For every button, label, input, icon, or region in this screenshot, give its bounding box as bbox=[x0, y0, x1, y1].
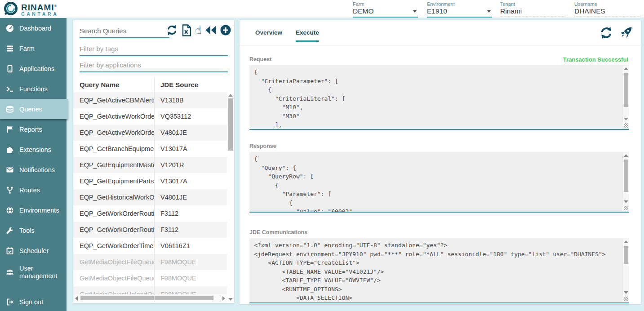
response-textarea[interactable]: { "Query": { "QueryRow": [ { "Parameter"… bbox=[249, 152, 629, 213]
query-name-cell: EQP_GetHistoricalWorkOrc bbox=[73, 194, 154, 201]
response-resize-grip[interactable] bbox=[622, 205, 629, 211]
query-name-cell: EQP_GetBranchEquipment bbox=[73, 145, 154, 152]
table-row[interactable]: EQP_GetWorkOrderRoutingF3112 bbox=[73, 222, 227, 238]
jde-source-cell: F3112 bbox=[154, 210, 227, 217]
query-name-cell: EQP_GetEquipmentParts bbox=[73, 178, 154, 185]
jde-communications-textarea[interactable]: <?xml version="1.0" encoding="UTF-8" sta… bbox=[249, 238, 629, 303]
query-name-cell: EQP_GetActiveWorkOrders bbox=[73, 129, 154, 136]
refresh-icon[interactable] bbox=[600, 26, 613, 40]
jde-communications-content: <?xml version="1.0" encoding="UTF-8" sta… bbox=[249, 238, 629, 303]
table-row[interactable]: GetMediaObjectFileQueuesF98MOQUE bbox=[73, 270, 227, 286]
brand-logo: RINAMI® CANTARA bbox=[3, 1, 58, 18]
table-row[interactable]: EQP_GetWorkOrderRoutingF3112 bbox=[73, 205, 227, 222]
query-table-vertical-scrollbar[interactable] bbox=[227, 92, 234, 302]
scrollbar-thumb[interactable] bbox=[624, 160, 628, 192]
sidebar-item-label: Extensions bbox=[19, 146, 51, 153]
sidebar-item-scheduler[interactable]: Scheduler bbox=[0, 240, 67, 261]
farm-value: DEMO bbox=[353, 7, 374, 15]
jde-source-cell: V4801JE bbox=[154, 194, 227, 201]
jde-source-cell: VQ353112 bbox=[154, 113, 227, 120]
sidebar-item-reports[interactable]: Reports bbox=[0, 119, 67, 139]
brand-logo-icon bbox=[3, 1, 18, 18]
scroll-down-arrow[interactable] bbox=[624, 200, 628, 203]
tab-overview[interactable]: Overview bbox=[255, 29, 282, 42]
scroll-down-arrow[interactable] bbox=[624, 118, 628, 120]
plus-circle-icon[interactable] bbox=[220, 24, 231, 36]
request-resize-grip[interactable] bbox=[622, 122, 629, 128]
sidebar-item-dashboard[interactable]: Dashboard bbox=[0, 18, 67, 38]
hand-pointer-icon[interactable]: ☝ bbox=[195, 24, 202, 36]
request-textarea[interactable]: { "CriteriaParameter": [ { "CriteriaLite… bbox=[249, 65, 629, 130]
scroll-up-arrow[interactable] bbox=[624, 67, 628, 70]
response-label: Response bbox=[249, 143, 276, 149]
table-row[interactable]: EQP_GetEquipmentPartsV13017A bbox=[73, 173, 227, 189]
rocket-icon[interactable] bbox=[619, 26, 633, 40]
sidebar-item-farm[interactable]: Farm bbox=[0, 38, 67, 58]
table-row[interactable]: EQP_GetHistoricalWorkOrcV4801JE bbox=[73, 189, 227, 205]
farm-label: Farm bbox=[353, 1, 418, 7]
table-row[interactable]: EQP_GetActiveWorkOrderRVQ353112 bbox=[73, 108, 227, 124]
query-table-horizontal-scrollbar[interactable] bbox=[73, 294, 227, 302]
scrollbar-thumb[interactable] bbox=[228, 98, 233, 151]
wrench-icon bbox=[5, 227, 14, 235]
response-scrollbar[interactable] bbox=[622, 152, 629, 205]
sidebar-item-extensions[interactable]: Extensions bbox=[0, 139, 67, 160]
query-name-cell: EQP_GetWorkOrderRouting bbox=[73, 210, 154, 217]
column-divider bbox=[154, 77, 155, 302]
brand-subtitle: CANTARA bbox=[21, 11, 58, 17]
query-name-cell: EQP_GetWorkOrderRouting bbox=[73, 226, 154, 233]
table-row[interactable]: EQP_GetActiveWorkOrdersV4801JE bbox=[73, 124, 227, 141]
sidebar-item-label: Reports bbox=[19, 126, 42, 133]
scrollbar-thumb[interactable] bbox=[80, 296, 213, 300]
sidebar-item-environments[interactable]: Environments bbox=[0, 200, 67, 220]
table-row[interactable]: EQP_GetEquipmentMasterV1201R bbox=[73, 157, 227, 173]
scroll-up-arrow[interactable] bbox=[624, 240, 628, 243]
fast-backward-icon[interactable] bbox=[205, 24, 217, 36]
filter-by-tags-input[interactable] bbox=[80, 44, 228, 56]
transaction-status: Transaction Successful bbox=[563, 56, 628, 63]
sidebar-item-routes[interactable]: Routes bbox=[0, 180, 67, 200]
sidebar-item-tools[interactable]: Tools bbox=[0, 220, 67, 240]
tab-execute[interactable]: Execute bbox=[296, 29, 319, 42]
scrollbar-thumb[interactable] bbox=[624, 73, 628, 107]
environment-select[interactable]: Environment E1910 bbox=[427, 1, 492, 18]
puzzle-icon bbox=[5, 146, 14, 154]
sidebar-item-label: Functions bbox=[19, 85, 48, 93]
scroll-down-arrow[interactable] bbox=[624, 291, 628, 294]
scroll-up-arrow[interactable] bbox=[228, 94, 233, 97]
table-row[interactable]: GetMediaObjectFileQueueF98MOQUE bbox=[73, 254, 227, 270]
jde-source-cell: V13017A bbox=[154, 145, 227, 152]
database-icon bbox=[5, 105, 14, 113]
sidebar-item-user-management[interactable]: User management bbox=[0, 261, 67, 284]
request-scrollbar[interactable] bbox=[622, 66, 629, 122]
filter-by-applications-input[interactable] bbox=[80, 60, 228, 72]
jde-source-cell: F98MOQUE bbox=[154, 258, 227, 266]
scroll-down-arrow[interactable] bbox=[228, 298, 233, 301]
scroll-right-arrow[interactable] bbox=[222, 296, 225, 301]
farm-select[interactable]: Farm DEMO bbox=[353, 1, 418, 18]
query-name-cell: EQP_GetActiveWorkOrderR bbox=[73, 113, 154, 120]
query-name-cell: GetMediaObjectFileQueue bbox=[73, 258, 154, 266]
sidebar-item-sign-out[interactable]: Sign out bbox=[0, 293, 67, 311]
sidebar-item-applications[interactable]: Applications bbox=[0, 58, 67, 79]
sync-icon[interactable] bbox=[166, 24, 178, 36]
table-row[interactable]: EQP_GetBranchEquipmentV13017A bbox=[73, 141, 227, 157]
column-header-query-name: Query Name bbox=[73, 81, 154, 89]
sidebar-item-notifications[interactable]: Notifications bbox=[0, 160, 67, 180]
sidebar-item-functions[interactable]: Functions bbox=[0, 79, 67, 99]
search-queries-input[interactable] bbox=[80, 26, 169, 38]
sidebar-item-queries[interactable]: Queries bbox=[0, 99, 68, 119]
sidebar-item-label: Dashboard bbox=[19, 25, 51, 32]
scroll-left-arrow[interactable] bbox=[75, 296, 78, 301]
table-row[interactable]: EQP_GetWorkOrderTimeEnV06116Z1 bbox=[73, 238, 227, 254]
query-list-panel: ☝ Query Name JDE Source EQP_GetActiveCBM… bbox=[73, 20, 234, 303]
jde-resize-grip[interactable] bbox=[622, 296, 629, 302]
scrollbar-thumb[interactable] bbox=[624, 246, 628, 264]
globe-icon bbox=[5, 206, 14, 214]
jde-scrollbar[interactable] bbox=[622, 239, 629, 296]
table-row[interactable]: EQP_GetActiveCBMAlertsV1310B bbox=[73, 92, 227, 108]
sidebar-item-label: Farm bbox=[19, 45, 35, 52]
tablet-icon bbox=[5, 65, 14, 73]
excel-file-icon[interactable] bbox=[181, 24, 192, 36]
scroll-up-arrow[interactable] bbox=[624, 154, 628, 157]
